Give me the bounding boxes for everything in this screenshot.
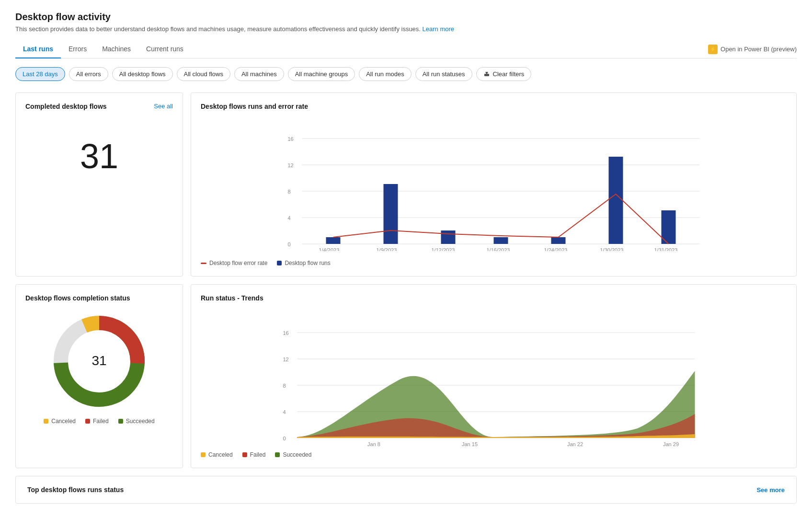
svg-rect-17 xyxy=(609,157,623,244)
filter-all-run-statuses[interactable]: All run statuses xyxy=(415,67,472,81)
see-all-link[interactable]: See all xyxy=(154,103,173,110)
filter-last-28-days[interactable]: Last 28 days xyxy=(15,67,65,81)
svg-text:1/31/2023: 1/31/2023 xyxy=(654,247,678,251)
legend-failed-icon xyxy=(85,419,90,424)
svg-text:1/4/2023: 1/4/2023 xyxy=(319,247,340,251)
donut-svg: 31 xyxy=(46,309,152,414)
svg-text:Jan 22: Jan 22 xyxy=(567,441,583,447)
bar-chart-legend: Desktop flow error rate Desktop flow run… xyxy=(201,260,787,266)
tab-errors[interactable]: Errors xyxy=(61,40,94,58)
trends-chart-card: Run status - Trends 0 4 8 12 16 xyxy=(191,284,797,468)
svg-text:Jan 15: Jan 15 xyxy=(462,441,478,447)
legend-error-rate: Desktop flow error rate xyxy=(201,260,267,266)
donut-container: 31 Canceled Failed Succeeded xyxy=(25,304,173,429)
svg-text:8: 8 xyxy=(283,383,286,389)
svg-text:31: 31 xyxy=(91,353,106,368)
tab-machines[interactable]: Machines xyxy=(94,40,138,58)
svg-text:0: 0 xyxy=(283,436,286,441)
filter-all-desktop-flows[interactable]: All desktop flows xyxy=(112,67,173,81)
trends-legend-failed-icon xyxy=(242,452,247,457)
trends-chart-title: Run status - Trends xyxy=(201,294,787,302)
svg-text:0: 0 xyxy=(288,242,291,247)
page-header: Desktop flow activity This section provi… xyxy=(15,12,797,33)
svg-text:1/24/2023: 1/24/2023 xyxy=(544,247,568,251)
svg-text:4: 4 xyxy=(288,215,291,221)
svg-text:12: 12 xyxy=(288,162,294,168)
svg-rect-12 xyxy=(326,237,341,244)
power-bi-icon: ⚡ xyxy=(708,45,718,54)
svg-rect-15 xyxy=(494,237,508,244)
trends-svg: 0 4 8 12 16 xyxy=(201,304,787,448)
donut-legend: Canceled Failed Succeeded xyxy=(44,418,154,425)
svg-text:12: 12 xyxy=(283,357,289,362)
svg-rect-13 xyxy=(384,184,398,244)
trends-legend-succeeded-icon xyxy=(275,452,280,457)
see-more-link[interactable]: See more xyxy=(756,486,785,494)
filters-row: Last 28 days All errors All desktop flow… xyxy=(15,67,797,81)
learn-more-link[interactable]: Learn more xyxy=(423,25,454,33)
svg-rect-0 xyxy=(484,74,489,76)
svg-text:1/16/2023: 1/16/2023 xyxy=(487,247,510,251)
svg-text:16: 16 xyxy=(288,136,294,142)
tabs-row: Last runs Errors Machines Current runs ⚡… xyxy=(15,40,797,58)
power-bi-button[interactable]: ⚡ Open in Power BI (preview) xyxy=(708,45,797,54)
legend-canceled-icon xyxy=(44,419,48,424)
page-subtitle: This section provides data to better und… xyxy=(15,25,797,33)
filter-all-machines[interactable]: All machines xyxy=(234,67,284,81)
filter-all-run-modes[interactable]: All run modes xyxy=(359,67,411,81)
eraser-icon xyxy=(483,71,490,78)
svg-text:1/30/2023: 1/30/2023 xyxy=(600,247,624,251)
page-title: Desktop flow activity xyxy=(15,12,797,23)
svg-text:1/12/2023: 1/12/2023 xyxy=(432,247,455,251)
tab-current-runs[interactable]: Current runs xyxy=(138,40,191,58)
filter-all-errors[interactable]: All errors xyxy=(69,67,108,81)
svg-marker-1 xyxy=(485,72,488,74)
completed-flows-count: 31 xyxy=(25,120,173,193)
bottom-section-title: Top desktop flows runs status xyxy=(27,486,124,494)
legend-flow-runs: Desktop flow runs xyxy=(277,260,330,266)
legend-flow-runs-icon xyxy=(277,261,282,265)
svg-text:4: 4 xyxy=(283,409,286,415)
svg-text:Jan 29: Jan 29 xyxy=(663,441,679,447)
bar-chart-svg: 0 4 8 12 16 xyxy=(201,112,787,251)
svg-text:Jan 8: Jan 8 xyxy=(367,441,380,447)
filter-clear[interactable]: Clear filters xyxy=(476,67,532,81)
bar-chart-area: 0 4 8 12 16 xyxy=(201,112,787,256)
donut-chart-card: Desktop flows completion status xyxy=(15,284,183,468)
trends-chart-area: 0 4 8 12 16 xyxy=(201,304,787,448)
svg-text:8: 8 xyxy=(288,189,291,195)
bar-chart-title: Desktop flows runs and error rate xyxy=(201,103,787,110)
bottom-section: Top desktop flows runs status See more xyxy=(15,476,797,504)
filter-all-machine-groups[interactable]: All machine groups xyxy=(288,67,355,81)
page-container: Desktop flow activity This section provi… xyxy=(0,0,812,518)
completed-flows-header: Completed desktop flows See all xyxy=(25,103,173,112)
dashboard-grid-row2: Desktop flows completion status xyxy=(15,284,797,468)
legend-error-rate-icon xyxy=(201,263,206,264)
svg-text:16: 16 xyxy=(283,330,289,336)
bar-chart-card: Desktop flows runs and error rate 0 4 8 … xyxy=(191,92,797,276)
completed-flows-title: Completed desktop flows xyxy=(25,103,107,110)
svg-rect-16 xyxy=(551,237,566,244)
donut-chart-title: Desktop flows completion status xyxy=(25,294,173,302)
trends-legend-canceled-icon xyxy=(201,452,206,457)
legend-succeeded-icon xyxy=(118,419,123,424)
svg-text:1/9/2023: 1/9/2023 xyxy=(377,247,397,251)
filter-all-cloud-flows[interactable]: All cloud flows xyxy=(177,67,230,81)
svg-rect-14 xyxy=(441,230,456,244)
tab-last-runs[interactable]: Last runs xyxy=(15,40,61,58)
completed-flows-card: Completed desktop flows See all 31 xyxy=(15,92,183,276)
dashboard-grid: Completed desktop flows See all 31 Deskt… xyxy=(15,92,797,276)
trends-legend: Canceled Failed Succeeded xyxy=(201,451,787,458)
